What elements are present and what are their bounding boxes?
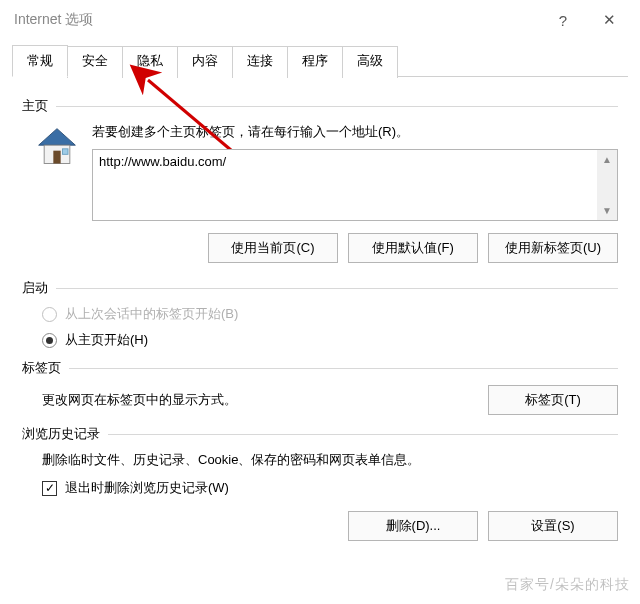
tabpage-desc: 更改网页在标签页中的显示方式。 bbox=[42, 391, 468, 409]
scrollbar[interactable]: ▲ ▼ bbox=[597, 150, 617, 220]
history-heading-row: 浏览历史记录 bbox=[22, 425, 618, 443]
window-title: Internet 选项 bbox=[14, 11, 540, 29]
radio-home[interactable]: 从主页开始(H) bbox=[42, 331, 618, 349]
radio-home-label: 从主页开始(H) bbox=[65, 331, 148, 349]
history-desc: 删除临时文件、历史记录、Cookie、保存的密码和网页表单信息。 bbox=[42, 451, 618, 469]
scroll-up-icon[interactable]: ▲ bbox=[602, 154, 612, 165]
use-newtab-button[interactable]: 使用新标签页(U) bbox=[488, 233, 618, 263]
general-pane: 主页 若要创建多个主页标签页，请在每行输入一个地址(R)。 ▲ ▼ 使用当前页(… bbox=[0, 77, 640, 541]
help-button[interactable]: ? bbox=[540, 4, 586, 36]
svg-rect-4 bbox=[63, 149, 69, 155]
delete-on-exit-checkbox[interactable]: ✓ 退出时删除浏览历史记录(W) bbox=[42, 479, 618, 497]
watermark: 百家号/朵朵的科技 bbox=[505, 576, 630, 594]
divider bbox=[56, 106, 618, 107]
radio-icon bbox=[42, 333, 57, 348]
startup-heading-row: 启动 bbox=[22, 279, 618, 297]
homepage-url-textarea[interactable] bbox=[93, 150, 597, 220]
radio-last-session-label: 从上次会话中的标签页开始(B) bbox=[65, 305, 238, 323]
startup-heading: 启动 bbox=[22, 279, 48, 297]
divider bbox=[108, 434, 618, 435]
tab-privacy[interactable]: 隐私 bbox=[122, 46, 178, 78]
tab-connections[interactable]: 连接 bbox=[232, 46, 288, 78]
home-desc: 若要创建多个主页标签页，请在每行输入一个地址(R)。 bbox=[92, 123, 618, 141]
tabpage-heading: 标签页 bbox=[22, 359, 61, 377]
homepage-url-field[interactable]: ▲ ▼ bbox=[92, 149, 618, 221]
scroll-down-icon[interactable]: ▼ bbox=[602, 205, 612, 216]
tab-general[interactable]: 常规 bbox=[12, 45, 68, 77]
home-icon bbox=[35, 125, 79, 169]
divider bbox=[56, 288, 618, 289]
delete-button[interactable]: 删除(D)... bbox=[348, 511, 478, 541]
delete-on-exit-label: 退出时删除浏览历史记录(W) bbox=[65, 479, 229, 497]
tab-strip: 常规 安全 隐私 内容 连接 程序 高级 bbox=[12, 44, 628, 77]
tabpage-button[interactable]: 标签页(T) bbox=[488, 385, 618, 415]
tab-security[interactable]: 安全 bbox=[67, 46, 123, 78]
use-default-button[interactable]: 使用默认值(F) bbox=[348, 233, 478, 263]
settings-button[interactable]: 设置(S) bbox=[488, 511, 618, 541]
use-current-button[interactable]: 使用当前页(C) bbox=[208, 233, 338, 263]
tabpage-heading-row: 标签页 bbox=[22, 359, 618, 377]
tab-advanced[interactable]: 高级 bbox=[342, 46, 398, 78]
home-heading-row: 主页 bbox=[22, 97, 618, 115]
titlebar: Internet 选项 ? ✕ bbox=[0, 0, 640, 40]
history-heading: 浏览历史记录 bbox=[22, 425, 100, 443]
radio-icon bbox=[42, 307, 57, 322]
tab-content[interactable]: 内容 bbox=[177, 46, 233, 78]
close-button[interactable]: ✕ bbox=[586, 4, 632, 36]
radio-last-session: 从上次会话中的标签页开始(B) bbox=[42, 305, 618, 323]
tab-programs[interactable]: 程序 bbox=[287, 46, 343, 78]
divider bbox=[69, 368, 618, 369]
checkbox-icon: ✓ bbox=[42, 481, 57, 496]
home-heading: 主页 bbox=[22, 97, 48, 115]
svg-marker-1 bbox=[39, 129, 76, 146]
svg-rect-3 bbox=[53, 151, 60, 164]
